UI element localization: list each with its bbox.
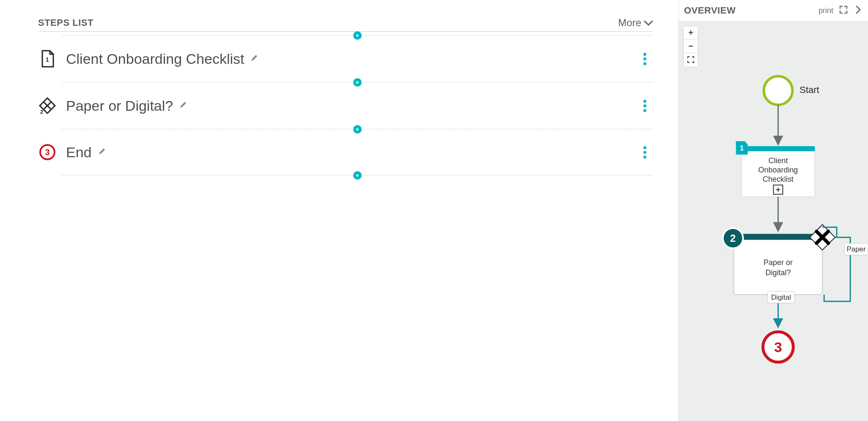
add-step-divider: + [61, 129, 653, 129]
step-row[interactable]: 1 Client Onboarding Checklist [38, 36, 653, 82]
svg-rect-5 [742, 146, 815, 151]
zoom-fit-button[interactable] [684, 53, 698, 67]
step-title-text: Paper or Digital? [66, 98, 173, 114]
svg-text:3: 3 [774, 339, 782, 355]
svg-text:1: 1 [740, 145, 744, 152]
zoom-in-button[interactable]: + [684, 26, 698, 40]
svg-text:1: 1 [46, 56, 49, 63]
overview-panel: OVERVIEW print + − [678, 0, 868, 421]
steps-list-title: STEPS LIST [38, 17, 93, 28]
start-label: Start [799, 85, 819, 95]
add-step-button[interactable]: + [353, 171, 362, 180]
add-step-divider: + [61, 82, 653, 82]
svg-text:2: 2 [40, 109, 43, 115]
edit-icon[interactable] [250, 54, 258, 64]
svg-text:Paper: Paper [846, 245, 866, 253]
add-step-button[interactable]: + [353, 78, 362, 87]
svg-text:3: 3 [45, 148, 49, 157]
step-row[interactable]: 3 End [38, 129, 653, 175]
start-node[interactable] [764, 76, 793, 105]
step-row[interactable]: 2 Paper or Digital? [38, 82, 653, 129]
steps-list-panel: STEPS LIST More + 1 Client Onboarding Ch… [0, 0, 678, 421]
more-label: More [618, 17, 641, 29]
step-title-text: Client Onboarding Checklist [66, 51, 244, 67]
add-step-button[interactable]: + [353, 31, 362, 40]
flow-node-2[interactable]: 2 Paper or Digital? [722, 224, 835, 295]
zoom-controls: + − [683, 26, 698, 67]
add-step-button[interactable]: + [353, 125, 362, 134]
svg-text:Paper or: Paper or [764, 258, 793, 267]
overview-canvas[interactable]: + − Start [679, 22, 868, 421]
svg-text:Digital: Digital [771, 293, 791, 301]
decision-step-icon: 2 [38, 97, 57, 115]
flow-node-1[interactable]: 1 Client Onboarding Checklist [736, 141, 815, 197]
step-kebab-menu[interactable] [643, 146, 653, 159]
overview-title: OVERVIEW [684, 5, 736, 16]
svg-text:Checklist: Checklist [763, 175, 794, 183]
end-step-icon: 3 [38, 144, 57, 161]
expand-icon[interactable] [838, 5, 849, 16]
add-step-divider: + [61, 35, 653, 36]
step-title-text: End [66, 144, 92, 161]
svg-text:Digital?: Digital? [766, 268, 791, 277]
steps-list-header: STEPS LIST More [38, 17, 653, 32]
chevron-down-icon [644, 17, 653, 29]
svg-text:Onboarding: Onboarding [758, 166, 798, 174]
step-kebab-menu[interactable] [643, 100, 653, 112]
svg-text:2: 2 [730, 232, 736, 244]
edit-icon[interactable] [98, 147, 106, 158]
edit-icon[interactable] [179, 101, 187, 111]
step-kebab-menu[interactable] [643, 53, 653, 65]
svg-text:Client: Client [769, 156, 788, 165]
overview-header: OVERVIEW print [679, 0, 868, 22]
svg-rect-13 [734, 234, 823, 240]
add-step-divider: + [61, 175, 653, 175]
form-step-icon: 1 [38, 50, 57, 68]
flowchart: Start 1 Client Onboarding Checklist [679, 22, 868, 421]
zoom-out-button[interactable]: − [684, 40, 698, 53]
more-button[interactable]: More [618, 17, 653, 29]
print-button[interactable]: print [819, 6, 833, 15]
chevron-right-icon[interactable] [854, 5, 863, 16]
